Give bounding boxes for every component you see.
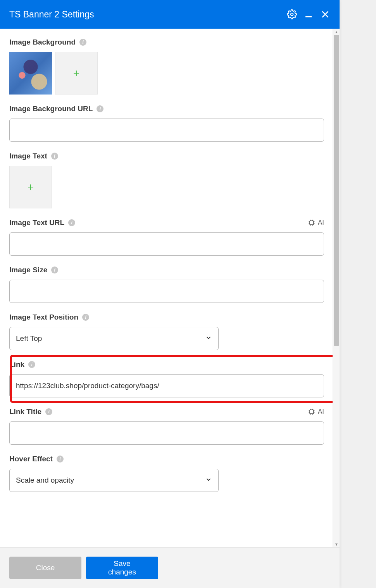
field-image-text-position: Image Text Position i Left Top bbox=[9, 313, 324, 350]
scroll-up-icon[interactable]: ▲ bbox=[333, 29, 340, 35]
field-link-title: Link Title i AI bbox=[9, 407, 324, 445]
field-image-text: Image Text i + bbox=[9, 152, 324, 208]
modal-title: TS Banner 2 Settings bbox=[9, 9, 94, 20]
label-image-text-url: Image Text URL bbox=[9, 218, 64, 227]
settings-modal: TS Banner 2 Settings Image Background i bbox=[0, 0, 340, 588]
hover-effect-select[interactable]: Scale and opacity bbox=[9, 469, 219, 492]
hover-effect-value: Scale and opacity bbox=[16, 476, 74, 485]
ai-label: AI bbox=[318, 408, 324, 416]
ai-label: AI bbox=[318, 219, 324, 227]
label-image-size: Image Size bbox=[9, 266, 47, 274]
svg-point-0 bbox=[291, 13, 293, 16]
close-button[interactable]: Close bbox=[9, 557, 81, 579]
label-link-title: Link Title bbox=[9, 407, 41, 416]
gear-icon[interactable] bbox=[287, 9, 297, 19]
close-icon[interactable] bbox=[320, 9, 330, 19]
image-background-url-input[interactable] bbox=[9, 119, 324, 142]
info-icon[interactable]: i bbox=[97, 105, 103, 112]
save-changes-button[interactable]: Save changes bbox=[86, 557, 158, 579]
field-hover-effect: Hover Effect i Scale and opacity bbox=[9, 455, 324, 492]
info-icon[interactable]: i bbox=[28, 361, 35, 368]
label-image-text-position: Image Text Position bbox=[9, 313, 78, 322]
chevron-down-icon bbox=[205, 476, 212, 485]
label-hover-effect: Hover Effect bbox=[9, 455, 53, 463]
image-text-position-select[interactable]: Left Top bbox=[9, 327, 219, 350]
plus-icon: + bbox=[73, 67, 79, 79]
plus-icon: + bbox=[28, 181, 34, 193]
field-link: Link i bbox=[9, 360, 324, 397]
ai-badge[interactable]: AI bbox=[308, 408, 324, 416]
info-icon[interactable]: i bbox=[68, 219, 75, 226]
info-icon[interactable]: i bbox=[57, 456, 64, 462]
info-icon[interactable]: i bbox=[82, 314, 89, 321]
field-image-size: Image Size i bbox=[9, 266, 324, 303]
image-text-url-input[interactable] bbox=[9, 232, 324, 256]
image-background-thumbnail[interactable] bbox=[9, 52, 52, 95]
titlebar: TS Banner 2 Settings bbox=[0, 0, 340, 29]
label-image-text: Image Text bbox=[9, 152, 47, 160]
modal-content: Image Background i + Image Background UR… bbox=[0, 29, 340, 547]
info-icon[interactable]: i bbox=[51, 266, 58, 273]
add-image-text-button[interactable]: + bbox=[9, 166, 52, 208]
image-size-input[interactable] bbox=[9, 280, 324, 303]
chevron-down-icon bbox=[205, 334, 212, 343]
label-image-background-url: Image Background URL bbox=[9, 105, 93, 113]
info-icon[interactable]: i bbox=[51, 153, 58, 160]
field-image-text-url: Image Text URL i AI bbox=[9, 218, 324, 256]
svg-rect-4 bbox=[310, 221, 314, 225]
scrollbar[interactable]: ▲ ▼ bbox=[333, 29, 340, 547]
scroll-down-icon[interactable]: ▼ bbox=[333, 541, 340, 547]
scrollbar-thumb[interactable] bbox=[334, 35, 339, 346]
info-icon[interactable]: i bbox=[45, 408, 52, 415]
info-icon[interactable]: i bbox=[79, 39, 86, 46]
link-input[interactable] bbox=[9, 374, 324, 397]
titlebar-actions bbox=[287, 9, 330, 19]
minimize-icon[interactable] bbox=[304, 10, 313, 19]
field-image-background-url: Image Background URL i bbox=[9, 105, 324, 142]
modal-footer: Close Save changes bbox=[0, 547, 340, 588]
link-title-input[interactable] bbox=[9, 421, 324, 445]
add-image-background-button[interactable]: + bbox=[55, 52, 98, 95]
label-image-background: Image Background bbox=[9, 38, 76, 46]
image-text-position-value: Left Top bbox=[16, 334, 42, 343]
field-image-background: Image Background i + bbox=[9, 38, 324, 95]
svg-rect-13 bbox=[310, 410, 314, 414]
label-link: Link bbox=[9, 360, 24, 369]
ai-badge[interactable]: AI bbox=[308, 219, 324, 227]
